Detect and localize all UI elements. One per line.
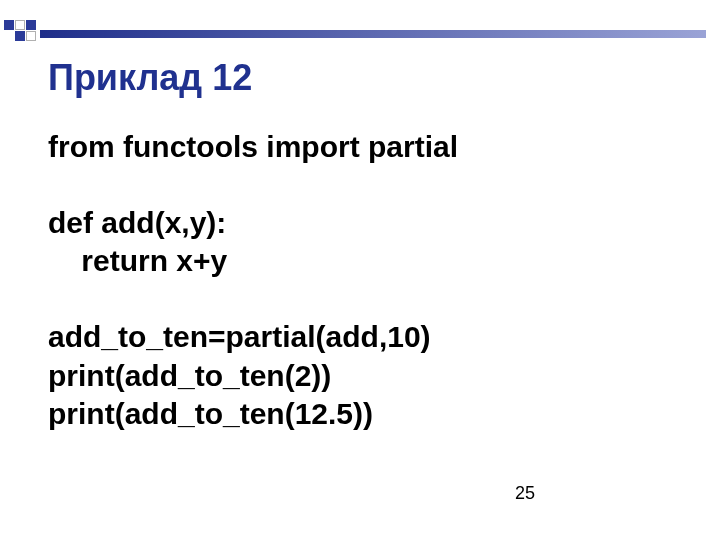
decoration-square bbox=[26, 20, 36, 30]
slide-title: Приклад 12 bbox=[48, 58, 252, 98]
decoration-square bbox=[4, 20, 14, 30]
decoration-rule bbox=[40, 30, 706, 38]
decoration-square bbox=[15, 31, 25, 41]
decoration-square bbox=[26, 31, 36, 41]
code-block: from functools import partial def add(x,… bbox=[48, 128, 688, 433]
decoration-square bbox=[15, 20, 25, 30]
page-number: 25 bbox=[515, 483, 535, 504]
slide: Приклад 12 from functools import partial… bbox=[0, 0, 720, 540]
header-decoration bbox=[0, 0, 720, 42]
